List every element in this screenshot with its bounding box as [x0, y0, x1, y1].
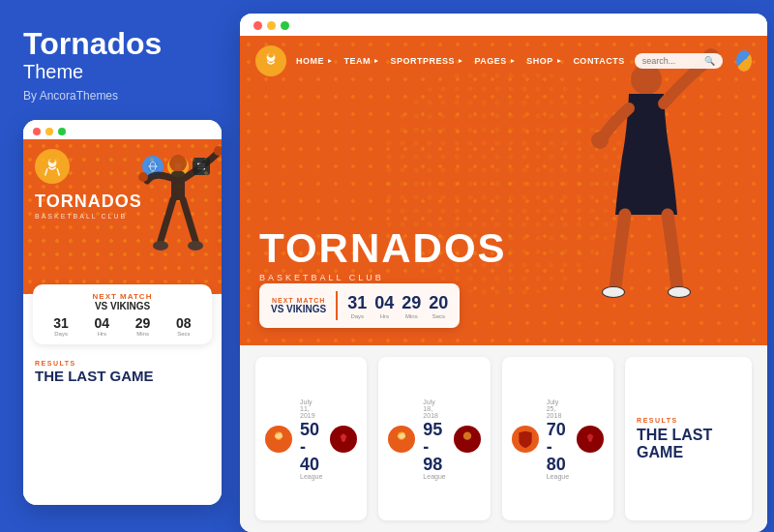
player-figure: [559, 45, 738, 326]
svg-point-16: [153, 241, 168, 251]
main-dot-green: [281, 21, 289, 30]
team-logo-1: [265, 426, 292, 453]
mobile-results-label: RESULTS: [35, 360, 210, 367]
mobile-count-secs: 08 Secs: [165, 315, 202, 337]
main-days-value: 31: [347, 293, 367, 313]
main-match-label: NEXT MATCH: [271, 297, 326, 304]
svg-point-32: [463, 431, 471, 439]
main-match-left: NEXT MATCH VS VIKINGS: [271, 297, 326, 314]
mobile-hero: TORNADOS BASKETBALL CLUB: [23, 139, 222, 294]
score-league-1: League: [300, 473, 322, 480]
score-numbers-1: 50 - 40: [300, 421, 322, 473]
dot-green: [58, 128, 66, 135]
main-hero-title: TORNADOS: [259, 228, 507, 269]
main-hero-sub: BASKETBALL CLUB: [259, 273, 507, 282]
mobile-days-value: 31: [43, 315, 79, 331]
main-results-section: July 11, 2019 50 - 40 League July 18,: [240, 345, 767, 532]
nav-contacts[interactable]: CONTACTS: [573, 56, 624, 66]
mobile-hrs-value: 04: [83, 315, 120, 331]
team-logo-3: [512, 426, 539, 453]
main-hero: HOME TEAM SPORTPRESS PAGES SHOP CONTACTS…: [240, 36, 767, 345]
mobile-mins-value: 29: [125, 315, 162, 331]
dot-red: [33, 128, 41, 135]
main-dot-yellow: [267, 21, 276, 30]
main-divider: [336, 291, 338, 320]
main-nav: HOME TEAM SPORTPRESS PAGES SHOP CONTACTS…: [240, 36, 767, 86]
main-search-input[interactable]: [642, 56, 700, 66]
results-last-card: RESULTS THE LAST GAME: [625, 357, 752, 520]
mobile-match-card: NEXT MATCH VS VIKINGS 31 Days 04 Hrs 29 …: [33, 284, 212, 344]
main-match-vs: VS VIKINGS: [271, 304, 326, 314]
svg-point-28: [603, 287, 624, 297]
nav-team[interactable]: TEAM: [344, 56, 379, 66]
mobile-secs-label: Secs: [165, 331, 202, 337]
mobile-count-mins: 29 Mins: [125, 315, 162, 337]
dot-yellow: [45, 128, 53, 135]
score-card-3: July 25, 2018 70 - 80 League: [502, 357, 613, 520]
score-card-1: July 11, 2019 50 - 40 League: [255, 357, 367, 520]
mobile-count-hrs: 04 Hrs: [83, 315, 120, 337]
mobile-logo: [35, 149, 70, 184]
team-logo-2: [388, 426, 415, 453]
score-card-2: July 18, 2018 95 - 98 League: [378, 357, 490, 520]
score-date-2: July 18, 2018: [423, 399, 445, 419]
mobile-match-label: NEXT MATCH: [43, 292, 202, 301]
nav-sportpress[interactable]: SPORTPRESS: [391, 56, 463, 66]
mobile-secs-value: 08: [165, 315, 202, 331]
main-nav-logo: [255, 45, 286, 76]
nav-shop[interactable]: SHOP: [526, 56, 561, 66]
mobile-match-vs: VS VIKINGS: [43, 301, 202, 311]
mobile-mins-label: Mins: [125, 331, 162, 337]
globe-icon: [736, 50, 752, 72]
vs-logo-2: [454, 426, 481, 453]
nav-pages[interactable]: PAGES: [475, 56, 516, 66]
mobile-hrs-label: Hrs: [83, 331, 120, 337]
svg-point-12: [169, 155, 187, 172]
svg-point-17: [188, 241, 203, 251]
main-topbar: [240, 14, 767, 36]
main-hrs-value: 04: [374, 293, 394, 313]
svg-point-14: [138, 172, 148, 182]
mobile-player-figure: [130, 144, 222, 289]
nav-home[interactable]: HOME: [296, 56, 333, 66]
brand-by: By AncoraThemes: [23, 89, 217, 103]
mobile-topbar: [23, 120, 222, 139]
results-last-label: RESULTS: [637, 417, 740, 424]
mobile-results-title: THE LAST GAME: [35, 369, 210, 385]
main-count-hrs: 04 Hrs: [374, 293, 394, 319]
main-dot-red: [253, 21, 262, 30]
score-numbers-3: 70 - 80: [547, 421, 569, 473]
main-countdown: 31 Days 04 Hrs 29 Mins 20 Secs: [347, 293, 448, 319]
main-search-box[interactable]: 🔍: [635, 53, 723, 69]
main-mins-value: 29: [402, 293, 421, 313]
svg-point-29: [669, 287, 690, 297]
score-date-1: July 11, 2019: [300, 399, 322, 419]
main-mockup: HOME TEAM SPORTPRESS PAGES SHOP CONTACTS…: [240, 14, 767, 532]
main-hrs-label: Hrs: [374, 313, 394, 319]
brand-name: Tornados: [23, 27, 217, 61]
score-info-1: July 11, 2019 50 - 40 League: [300, 399, 322, 480]
main-nav-links: HOME TEAM SPORTPRESS PAGES SHOP CONTACTS: [296, 56, 625, 66]
main-secs-value: 20: [429, 293, 448, 313]
score-info-2: July 18, 2018 95 - 98 League: [423, 399, 445, 480]
main-count-secs: 20 Secs: [429, 293, 448, 319]
mobile-results-section: RESULTS THE LAST GAME: [23, 352, 222, 505]
score-league-3: League: [547, 473, 569, 480]
main-count-days: 31 Days: [347, 293, 367, 319]
brand-subtitle: Theme: [23, 61, 217, 83]
score-info-3: July 25, 2018 70 - 80 League: [547, 399, 569, 480]
brand-section: Tornados Theme By AncoraThemes: [23, 27, 217, 120]
mobile-countdown: 31 Days 04 Hrs 29 Mins 08 Secs: [43, 315, 202, 337]
main-count-mins: 29 Mins: [402, 293, 421, 319]
score-date-3: July 25, 2018: [547, 399, 569, 419]
mobile-count-days: 31 Days: [43, 315, 79, 337]
mobile-mockup: TORNADOS BASKETBALL CLUB NEXT MATCH VS V…: [23, 120, 222, 505]
vs-logo-1: [330, 426, 357, 453]
mobile-days-label: Days: [43, 331, 79, 337]
main-secs-label: Secs: [429, 313, 448, 319]
score-numbers-2: 95 - 98: [423, 421, 445, 473]
left-panel: Tornados Theme By AncoraThemes: [0, 0, 240, 532]
main-match-widget: NEXT MATCH VS VIKINGS 31 Days 04 Hrs 29 …: [259, 283, 460, 328]
results-last-title: THE LAST GAME: [637, 427, 740, 460]
main-mins-label: Mins: [402, 313, 421, 319]
